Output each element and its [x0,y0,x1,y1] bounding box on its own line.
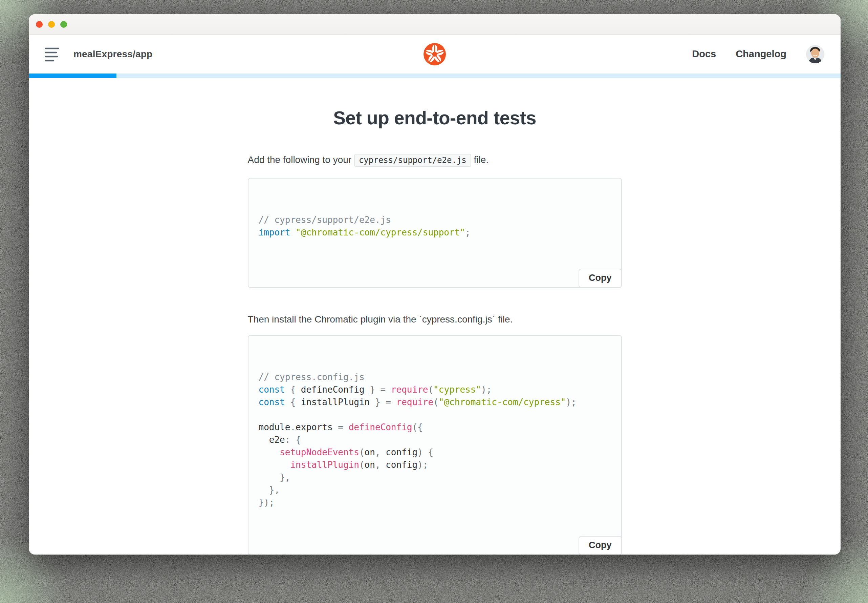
code-block-cypress-config: // cypress.config.jsconst { defineConfig… [248,335,622,555]
page-title: Set up end-to-end tests [333,107,536,129]
project-name[interactable]: mealExpress/app [74,49,152,60]
progress-fill [29,74,116,78]
minimize-window-button[interactable] [48,21,55,28]
onboarding-progress-bar [29,74,840,78]
nav-link-changelog[interactable]: Changelog [735,48,786,60]
avatar-photo [806,45,824,63]
copy-button[interactable]: Copy [578,269,622,288]
step1-instruction: Add the following to your cypress/suppor… [248,153,622,167]
window-titlebar [29,14,840,34]
close-window-button[interactable] [36,21,43,28]
main-content: Set up end-to-end tests Add the followin… [29,78,840,555]
copy-button[interactable]: Copy [578,536,622,555]
code-block-e2e-support: // cypress/support/e2e.jsimport "@chroma… [248,178,622,288]
zoom-window-button[interactable] [60,21,67,28]
step2-instruction: Then install the Chromatic plugin via th… [248,313,622,326]
code-lines: // cypress/support/e2e.jsimport "@chroma… [259,214,611,239]
app-header: mealExpress/app Docs Changelog [29,34,840,74]
step1-text-before: Add the following to your [248,155,352,165]
chromatic-logo-icon[interactable] [424,43,446,65]
app-window: mealExpress/app Docs Changelog [29,14,840,555]
step1-inline-code: cypress/support/e2e.js [354,154,471,167]
nav-link-docs[interactable]: Docs [692,48,716,60]
code-lines: // cypress.config.jsconst { defineConfig… [259,371,611,509]
menu-icon[interactable] [45,46,60,62]
user-avatar[interactable] [806,45,824,63]
step1-text-after: file. [474,155,489,165]
